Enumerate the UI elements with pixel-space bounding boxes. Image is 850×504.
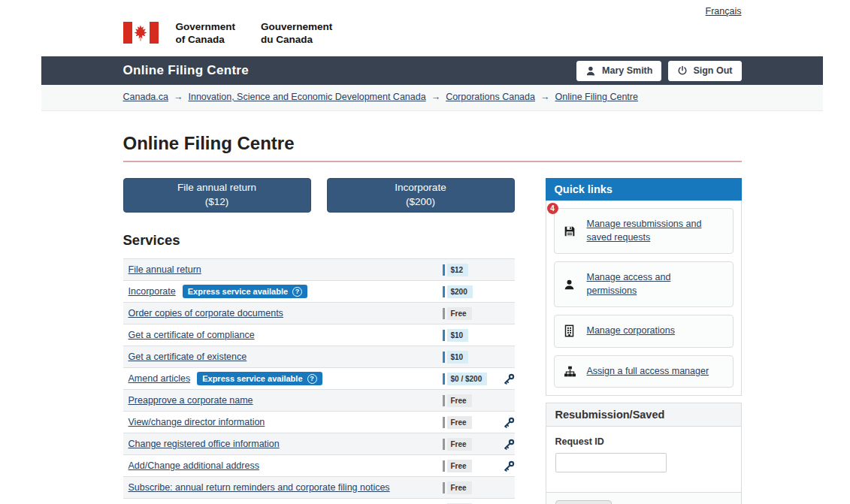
cta-price: ($12) bbox=[205, 195, 229, 210]
service-link[interactable]: Order copies of corporate documents bbox=[129, 308, 283, 318]
price-label: $12 bbox=[447, 264, 469, 276]
quick-link[interactable]: Manage access and permissions bbox=[587, 271, 724, 297]
search-button[interactable]: Search bbox=[555, 500, 613, 504]
service-link[interactable]: Add/Change additional address bbox=[129, 460, 259, 471]
cta-row: File annual return($12)Incorporate($200) bbox=[123, 178, 515, 213]
request-id-label: Request ID bbox=[555, 436, 732, 447]
service-link[interactable]: Subscribe: annual return reminders and c… bbox=[129, 482, 390, 493]
power-icon bbox=[677, 65, 688, 76]
cta-incorporate-button[interactable]: Incorporate($200) bbox=[327, 178, 515, 213]
language-toggle-link[interactable]: Français bbox=[706, 6, 742, 17]
price-bar bbox=[443, 439, 445, 450]
price-label: Free bbox=[447, 438, 472, 451]
service-link[interactable]: Preapprove a corporate name bbox=[129, 395, 253, 406]
resubmission-body: Request ID bbox=[546, 427, 741, 492]
price-bar bbox=[443, 264, 445, 276]
service-row: File annual return$12 bbox=[123, 259, 515, 281]
service-link[interactable]: Incorporate bbox=[129, 286, 176, 297]
price-bar bbox=[443, 373, 445, 385]
user-icon bbox=[585, 65, 597, 77]
canada-flag-icon bbox=[123, 22, 159, 44]
quick-link-item[interactable]: Assign a full access manager bbox=[554, 355, 734, 388]
price-bar bbox=[443, 308, 445, 319]
breadcrumb-link[interactable]: Innovation, Science and Economic Develop… bbox=[188, 92, 425, 102]
app-bar: Online Filing Centre Mary Smith Sign Out bbox=[41, 56, 823, 85]
site-header: Français Government of Canada bbox=[41, 0, 823, 56]
price-badge: $200 bbox=[443, 285, 498, 298]
price-bar bbox=[443, 482, 445, 493]
quick-link[interactable]: Assign a full access manager bbox=[587, 365, 709, 379]
price-badge: $0 / $200 bbox=[443, 373, 498, 385]
price-bar bbox=[443, 286, 445, 297]
service-row: Subscribe: annual return reminders and c… bbox=[123, 477, 515, 499]
key-icon bbox=[504, 439, 515, 450]
goc-wordmark-en: Government of Canada bbox=[176, 20, 236, 47]
service-row: Add/Change additional addressFree bbox=[123, 455, 515, 477]
cta-file-annual-return-button[interactable]: File annual return($12) bbox=[123, 178, 311, 213]
price-badge: $10 bbox=[443, 351, 498, 364]
flag-red-bar bbox=[150, 22, 159, 44]
breadcrumb: Canada.ca→Innovation, Science and Econom… bbox=[123, 85, 742, 102]
flag-white-field bbox=[132, 22, 150, 44]
service-row: IncorporateExpress service available?$20… bbox=[123, 281, 515, 303]
price-badge: Free bbox=[443, 438, 498, 451]
appbar-actions: Mary Smith Sign Out bbox=[576, 61, 741, 81]
service-row: Change registered office informationFree bbox=[123, 433, 515, 455]
service-row: Order copies of corporate documentsFree bbox=[123, 303, 515, 324]
quick-link-item[interactable]: Manage corporations bbox=[554, 315, 734, 348]
service-row: Get a certificate of existence$10 bbox=[123, 346, 515, 368]
price-label: Free bbox=[447, 416, 472, 429]
breadcrumb-link[interactable]: Online Filing Centre bbox=[555, 92, 637, 102]
breadcrumb-link[interactable]: Canada.ca bbox=[123, 92, 168, 102]
quick-links-panel: Quick links 4 Manage resubmissions and s… bbox=[546, 178, 742, 396]
appbar-title: Online Filing Centre bbox=[123, 63, 250, 78]
quick-link[interactable]: Manage corporations bbox=[587, 324, 675, 338]
quick-links-items: Manage resubmissions and saved requestsM… bbox=[546, 208, 741, 388]
services-heading: Services bbox=[123, 232, 515, 249]
notification-badge: 4 bbox=[547, 203, 558, 214]
breadcrumb-separator-icon: → bbox=[174, 92, 183, 102]
help-icon[interactable]: ? bbox=[307, 374, 317, 384]
price-label: $10 bbox=[447, 351, 469, 364]
user-menu-button[interactable]: Mary Smith bbox=[576, 61, 661, 81]
page-title: Online Filing Centre bbox=[123, 133, 742, 162]
quick-link[interactable]: Manage resubmissions and saved requests bbox=[587, 218, 724, 244]
price-label: $0 / $200 bbox=[447, 373, 488, 385]
price-label: $10 bbox=[447, 329, 469, 342]
goc-wordmark-fr: Gouvernement du Canada bbox=[261, 20, 332, 47]
sign-out-button[interactable]: Sign Out bbox=[668, 61, 741, 81]
price-bar bbox=[443, 395, 445, 406]
service-link[interactable]: File annual return bbox=[129, 264, 201, 275]
cta-label: Incorporate bbox=[395, 181, 446, 195]
resubmission-heading: Resubmission/Saved bbox=[546, 403, 741, 427]
main-content: Online Filing Centre File annual return(… bbox=[123, 133, 742, 504]
express-service-badge[interactable]: Express service available? bbox=[183, 285, 307, 298]
quick-link-item[interactable]: Manage access and permissions bbox=[554, 261, 734, 307]
flag-red-bar bbox=[123, 22, 132, 44]
price-label: Free bbox=[447, 394, 472, 407]
price-bar bbox=[443, 352, 445, 363]
service-link[interactable]: Get a certificate of existence bbox=[129, 352, 247, 362]
service-row: View/change director informationFree bbox=[123, 412, 515, 433]
goc-signature: Government of Canada Gouvernement du Can… bbox=[123, 20, 333, 47]
price-bar bbox=[443, 330, 445, 341]
service-link[interactable]: Amend articles bbox=[129, 373, 191, 384]
price-badge: Free bbox=[443, 481, 498, 494]
price-bar bbox=[443, 417, 445, 428]
sitemap-icon bbox=[564, 366, 576, 377]
key-icon bbox=[504, 460, 515, 472]
price-label: $200 bbox=[447, 285, 473, 298]
service-link[interactable]: Get a certificate of compliance bbox=[129, 330, 255, 340]
resubmission-footer: Search bbox=[546, 492, 741, 504]
page: Français Government of Canada bbox=[41, 0, 823, 504]
service-link[interactable]: Change registered office information bbox=[129, 439, 280, 449]
request-id-input[interactable] bbox=[555, 453, 667, 472]
service-link[interactable]: View/change director information bbox=[129, 417, 265, 427]
user-icon bbox=[564, 279, 576, 291]
save-icon bbox=[564, 225, 576, 237]
help-icon[interactable]: ? bbox=[292, 287, 302, 297]
express-service-badge[interactable]: Express service available? bbox=[197, 372, 322, 385]
quick-link-item[interactable]: Manage resubmissions and saved requests bbox=[554, 208, 734, 254]
breadcrumb-link[interactable]: Corporations Canada bbox=[446, 92, 535, 102]
breadcrumb-separator-icon: → bbox=[431, 92, 441, 102]
